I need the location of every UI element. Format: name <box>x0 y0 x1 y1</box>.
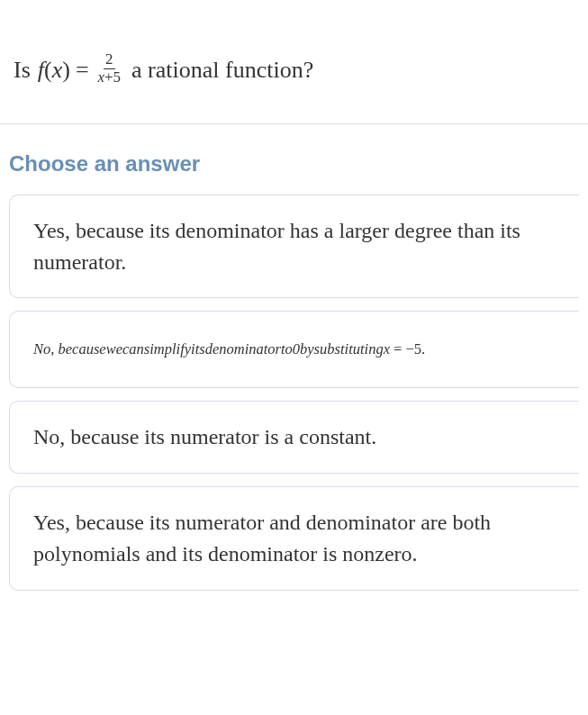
equals-sign: = <box>70 57 95 84</box>
answer-b-eq: = <box>390 340 406 358</box>
denominator-const: 5 <box>113 68 121 86</box>
fraction-numerator: 2 <box>104 52 114 69</box>
question-text: Is f ( x ) = 2 x+5 a rational function? <box>14 54 574 87</box>
choose-header: Choose an answer <box>0 124 588 195</box>
answer-option-c[interactable]: No, because its numerator is a constant. <box>9 401 579 474</box>
answer-option-b[interactable]: No, becausewecansimplifyitsdenominatorto… <box>9 311 579 388</box>
question-suffix: a rational function? <box>131 57 313 84</box>
answer-text: Yes, because its denominator has a large… <box>33 219 520 274</box>
answer-b-val: −5. <box>406 340 426 358</box>
symbol-x: x <box>52 57 63 84</box>
answer-text: Yes, because its numerator and denominat… <box>33 511 491 566</box>
denominator-x: x <box>98 68 105 86</box>
fraction-denominator: x+5 <box>96 69 122 86</box>
denominator-plus: + <box>104 68 113 86</box>
fraction: 2 x+5 <box>96 52 122 86</box>
choose-label: Choose an answer <box>9 151 579 176</box>
answer-option-d[interactable]: Yes, because its numerator and denominat… <box>9 486 579 591</box>
answer-text: No, because its numerator is a constant. <box>33 425 376 448</box>
answers-list: Yes, because its denominator has a large… <box>0 195 588 591</box>
question-prefix: Is <box>14 57 31 84</box>
open-paren: ( <box>44 57 52 84</box>
function-expression: f ( x ) = 2 x+5 <box>38 54 124 87</box>
symbol-f: f <box>38 57 44 84</box>
answer-option-a[interactable]: Yes, because its denominator has a large… <box>9 195 579 299</box>
answer-text: No, becausewecansimplifyitsdenominatorto… <box>33 340 390 358</box>
close-paren: ) <box>62 57 70 84</box>
question-area: Is f ( x ) = 2 x+5 a rational function? <box>0 0 588 124</box>
